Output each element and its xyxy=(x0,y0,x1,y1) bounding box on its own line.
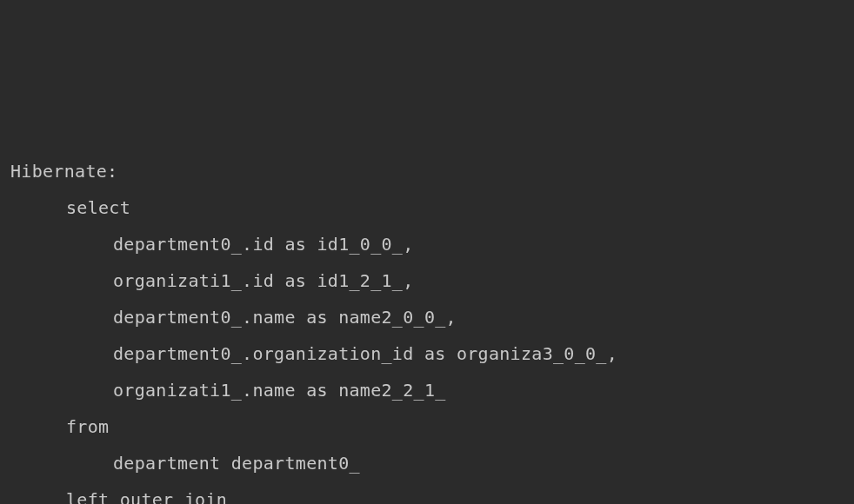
sql-line: organizati1_.id as id1_2_1_, xyxy=(10,262,844,299)
sql-line: department0_.organization_id as organiza… xyxy=(10,335,844,372)
sql-line: from xyxy=(10,408,844,445)
sql-line: left outer join xyxy=(10,481,844,504)
sql-line: organizati1_.name as name2_2_1_ xyxy=(10,372,844,408)
sql-line: department0_.name as name2_0_0_, xyxy=(10,299,844,335)
sql-line: department department0_ xyxy=(10,445,844,481)
sql-line: department0_.id as id1_0_0_, xyxy=(10,226,844,262)
sql-line: select xyxy=(10,189,844,226)
code-block: Hibernate:selectdepartment0_.id as id1_0… xyxy=(10,153,844,504)
sql-line: Hibernate: xyxy=(10,153,844,189)
